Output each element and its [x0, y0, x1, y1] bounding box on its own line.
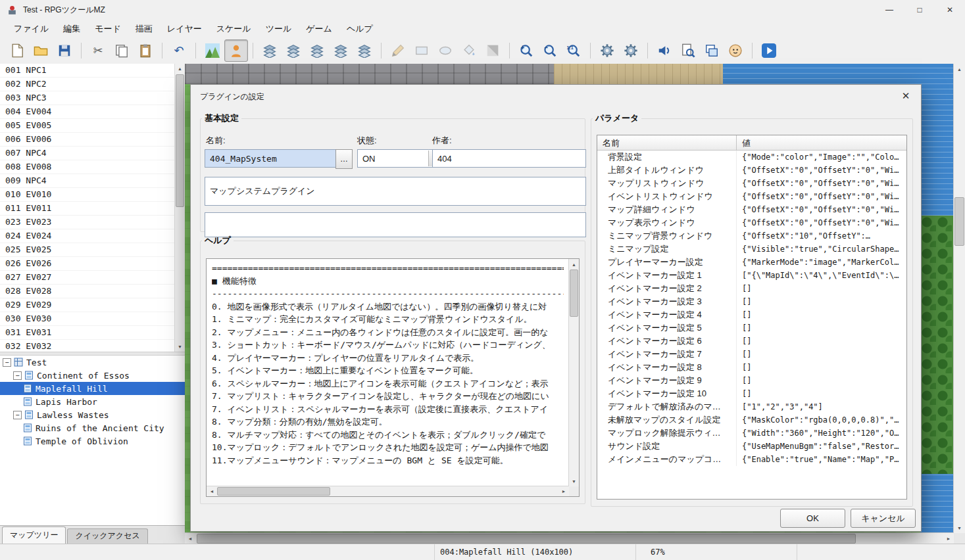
layer-all-button[interactable]: [353, 39, 376, 62]
help-text-area[interactable]: ========================================…: [206, 258, 580, 497]
event-list-item[interactable]: 010 EV010: [0, 188, 175, 202]
sound-test-button[interactable]: [653, 39, 676, 62]
parameter-row[interactable]: イベントマーカー設定 6 []: [597, 335, 906, 348]
menu-item[interactable]: モード: [87, 20, 128, 37]
flood-fill-tool-button[interactable]: [457, 39, 481, 62]
event-list-item[interactable]: 024 EV024: [0, 229, 175, 243]
parameter-row[interactable]: イベントマーカー設定 4 []: [597, 308, 906, 321]
scroll-right-icon[interactable]: ►: [943, 533, 954, 544]
map-vertical-scrollbar[interactable]: ▲ ▼: [953, 64, 965, 533]
event-list-item[interactable]: 008 EV008: [0, 160, 175, 174]
undo-button[interactable]: ↶: [167, 39, 191, 62]
parameter-row[interactable]: マップロック解除提示ウィ… {"Width":"360","Height":"1…: [597, 427, 906, 440]
scroll-up-icon[interactable]: ▲: [175, 64, 185, 74]
tree-item-map[interactable]: Ruins of the Ancient City: [0, 421, 185, 434]
map-horizontal-scroll-thumb[interactable]: [197, 534, 856, 544]
tab-map-tree[interactable]: マップツリー: [2, 526, 66, 544]
event-list-item[interactable]: 028 EV028: [0, 285, 175, 298]
parameter-row[interactable]: ミニマップ背景ウィンドウ {"OffsetX":"10","OffsetY":…: [597, 229, 906, 243]
parameter-row[interactable]: イベントマーカー設定 9 []: [597, 374, 906, 387]
event-list-item[interactable]: 007 NPC4: [0, 147, 175, 160]
shadow-pen-tool-button[interactable]: [481, 39, 505, 62]
help-vertical-scroll-thumb[interactable]: [570, 269, 578, 317]
menu-item[interactable]: レイヤー: [160, 20, 209, 37]
tree-item-map-selected[interactable]: Maplefall Hill: [0, 382, 185, 395]
scroll-up-icon[interactable]: ▲: [954, 64, 965, 74]
layer-1-button[interactable]: [258, 39, 282, 62]
minimize-button[interactable]: —: [874, 0, 904, 20]
scroll-down-icon[interactable]: ▼: [175, 342, 185, 352]
event-list-item[interactable]: 029 EV029: [0, 298, 175, 312]
parameter-row[interactable]: プレイヤーマーカー設定 {"MarkerMode":"image","Marke…: [597, 256, 906, 269]
maximize-button[interactable]: □: [904, 0, 935, 20]
collapse-icon[interactable]: −: [3, 358, 11, 367]
layer-4-button[interactable]: [329, 39, 353, 62]
parameter-row[interactable]: サウンド設定 {"UseMapMenuBgm":"false","Restor…: [597, 440, 906, 453]
help-vertical-scrollbar[interactable]: ▲ ▼: [568, 259, 579, 486]
parameter-row[interactable]: 背景設定 {"Mode":"color","Image":"","Colo…: [597, 151, 906, 164]
plugin-extra-field[interactable]: [205, 212, 586, 237]
parameter-row[interactable]: ミニマップ設定 {"Visible":"true","CircularShape…: [597, 243, 906, 256]
menu-item[interactable]: 編集: [56, 20, 87, 37]
event-list-item[interactable]: 011 EV011: [0, 202, 175, 216]
parameter-row[interactable]: イベントマーカー設定 8 []: [597, 361, 906, 374]
plugin-manager-button[interactable]: [619, 39, 643, 62]
parameter-row[interactable]: マップ詳細ウィンドウ {"OffsetX":"0","OffsetY":"0",…: [597, 203, 906, 216]
new-project-button[interactable]: [5, 39, 29, 62]
ok-button[interactable]: OK: [780, 509, 845, 528]
close-button[interactable]: ✕: [935, 0, 965, 20]
parameter-row[interactable]: イベントマーカー設定 3 []: [597, 295, 906, 308]
map-vertical-scroll-thumb[interactable]: [954, 197, 964, 246]
cancel-button[interactable]: キャンセル: [851, 509, 916, 528]
parameter-row[interactable]: イベントマーカー設定 2 []: [597, 282, 906, 295]
menu-item[interactable]: 描画: [128, 20, 160, 37]
event-list-item[interactable]: 031 EV031: [0, 326, 175, 340]
event-list-scrollbar[interactable]: ▲ ▼: [174, 64, 185, 352]
scroll-left-icon[interactable]: ◄: [207, 486, 217, 496]
event-list-scroll-thumb[interactable]: [176, 74, 184, 207]
pen-tool-button[interactable]: [386, 39, 410, 62]
parameter-row[interactable]: イベントマーカー設定 10 []: [597, 387, 906, 400]
map-mode-button[interactable]: [201, 39, 224, 62]
layer-3-button[interactable]: [305, 39, 329, 62]
rectangle-tool-button[interactable]: [410, 39, 433, 62]
parameter-row[interactable]: イベントマーカー設定 7 []: [597, 348, 906, 361]
layer-2-button[interactable]: [282, 39, 305, 62]
menu-item[interactable]: ゲーム: [299, 20, 339, 37]
menu-item[interactable]: ツール: [259, 20, 299, 37]
cut-button[interactable]: ✂: [86, 39, 110, 62]
menu-item[interactable]: ファイル: [7, 20, 56, 37]
event-list-item[interactable]: 032 EV032: [0, 340, 175, 352]
plugin-description-field[interactable]: マップシステムプラグイン: [205, 177, 586, 206]
tree-item-folder[interactable]: − Continent of Essos: [0, 369, 185, 382]
event-list-item[interactable]: 027 EV027: [0, 271, 175, 285]
event-list-item[interactable]: 002 NPC2: [0, 78, 175, 91]
plugin-author-field[interactable]: 404: [432, 149, 586, 168]
scroll-down-icon[interactable]: ▼: [954, 523, 965, 533]
event-mode-button[interactable]: [224, 39, 248, 62]
parameter-row[interactable]: イベントリストウィンドウ {"OffsetX":"0","OffsetY":"0…: [597, 190, 906, 203]
copy-button[interactable]: [110, 39, 134, 62]
event-list-item[interactable]: 025 EV025: [0, 243, 175, 257]
tree-item-project[interactable]: − Test: [0, 356, 185, 369]
playtest-button[interactable]: [757, 39, 781, 62]
help-horizontal-scrollbar[interactable]: ◄ ►: [207, 486, 569, 496]
dialog-close-icon[interactable]: ✕: [897, 88, 914, 104]
parameter-row[interactable]: イベントマーカー設定 5 []: [597, 321, 906, 335]
parameter-row[interactable]: メインメニューのマップコ… {"Enable":"true","Name":"M…: [597, 453, 906, 466]
event-list-item[interactable]: 003 NPC3: [0, 91, 175, 105]
zoom-out-button[interactable]: −: [538, 39, 562, 62]
scroll-right-icon[interactable]: ►: [558, 486, 569, 496]
parameter-row[interactable]: マップ表示ウィンドウ {"OffsetX":"0","OffsetY":"0",…: [597, 216, 906, 229]
menu-item[interactable]: スケール: [209, 20, 259, 37]
event-list-item[interactable]: 004 EV004: [0, 105, 175, 119]
resource-manager-button[interactable]: [700, 39, 724, 62]
parameter-row[interactable]: マップリストウィンドウ {"OffsetX":"0","OffsetY":"0"…: [597, 177, 906, 190]
ellipse-tool-button[interactable]: [433, 39, 457, 62]
tree-item-folder[interactable]: − Lawless Wastes: [0, 408, 185, 421]
event-list-item[interactable]: 006 EV006: [0, 133, 175, 147]
tab-quick-access[interactable]: クイックアクセス: [67, 528, 147, 544]
paste-button[interactable]: [134, 39, 157, 62]
plugin-state-select[interactable]: ON ▼: [357, 149, 443, 168]
event-list-item[interactable]: 023 EV023: [0, 216, 175, 229]
